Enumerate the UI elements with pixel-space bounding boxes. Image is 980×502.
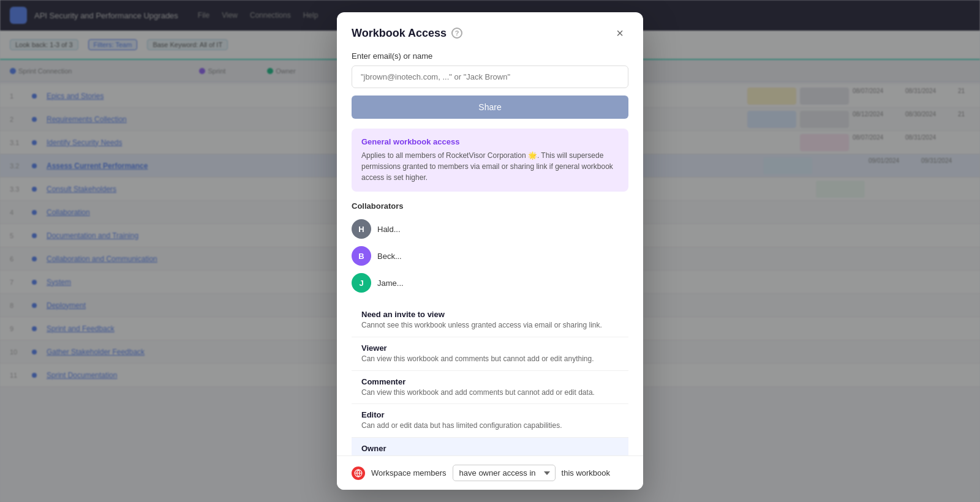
access-option-name: Need an invite to view: [361, 310, 619, 319]
collaborator-item: H Hald...: [352, 215, 628, 242]
collaborator-avatar: J: [352, 273, 371, 293]
general-access-title: General workbook access: [361, 137, 619, 146]
access-option-name: Viewer: [361, 343, 619, 353]
access-option-desc: Cannot see this workbook unless granted …: [361, 320, 619, 331]
access-option-name: Commenter: [361, 377, 619, 386]
collaborators-label: Collaborators: [352, 201, 628, 211]
modal-title: Workbook Access ?: [352, 27, 462, 40]
access-option-editor[interactable]: Editor Can add or edit data but has limi…: [352, 404, 628, 438]
collaborator-name: Hald...: [377, 225, 628, 234]
close-button[interactable]: ×: [611, 24, 628, 42]
access-option-viewer[interactable]: Viewer Can view this workbook and commen…: [352, 337, 628, 371]
collaborator-avatar: B: [352, 246, 371, 266]
help-icon[interactable]: ?: [451, 28, 462, 39]
collaborator-name: Beck...: [377, 252, 628, 261]
access-option-name: Owner: [361, 444, 619, 453]
modal-footer: Workspace members have owner access in h…: [337, 455, 643, 490]
access-options-list: Need an invite to view Cannot see this w…: [352, 304, 628, 455]
modal-header: Workbook Access ? ×: [337, 12, 643, 51]
share-button[interactable]: Share: [352, 96, 628, 119]
access-option-desc: Can add or edit data but has limited con…: [361, 421, 619, 431]
general-access-description: Applies to all members of RocketVisor Co…: [361, 150, 619, 183]
collaborator-item: B Beck...: [352, 242, 628, 269]
email-input[interactable]: [352, 66, 628, 88]
collaborator-avatar: H: [352, 219, 371, 239]
workspace-access-select[interactable]: have owner access in have editor access …: [453, 465, 556, 481]
access-option-owner[interactable]: Owner Full access to add or edit and man…: [352, 438, 628, 455]
access-option-commenter[interactable]: Commenter Can view this workbook and add…: [352, 371, 628, 405]
workspace-members-label: Workspace members: [371, 468, 447, 478]
collaborator-name: Jame...: [377, 279, 628, 288]
access-option-name: Editor: [361, 410, 619, 419]
general-access-box: General workbook access Applies to all m…: [352, 129, 628, 192]
this-workbook-label: this workbook: [562, 468, 610, 478]
collaborator-item: J Jame...: [352, 269, 628, 296]
workbook-access-modal: Workbook Access ? × Enter email(s) or na…: [337, 12, 643, 490]
email-label: Enter email(s) or name: [352, 51, 628, 61]
access-option-invite[interactable]: Need an invite to view Cannot see this w…: [352, 304, 628, 337]
access-option-desc: Can view this workbook and add comments …: [361, 388, 619, 398]
access-option-desc: Can view this workbook and comments but …: [361, 354, 619, 364]
modal-overlay[interactable]: Workbook Access ? × Enter email(s) or na…: [0, 0, 980, 502]
globe-icon: [352, 466, 365, 480]
modal-body: Enter email(s) or name Share General wor…: [337, 51, 643, 455]
collaborators-section: Collaborators H Hald... B Beck... J Jame…: [352, 201, 628, 296]
